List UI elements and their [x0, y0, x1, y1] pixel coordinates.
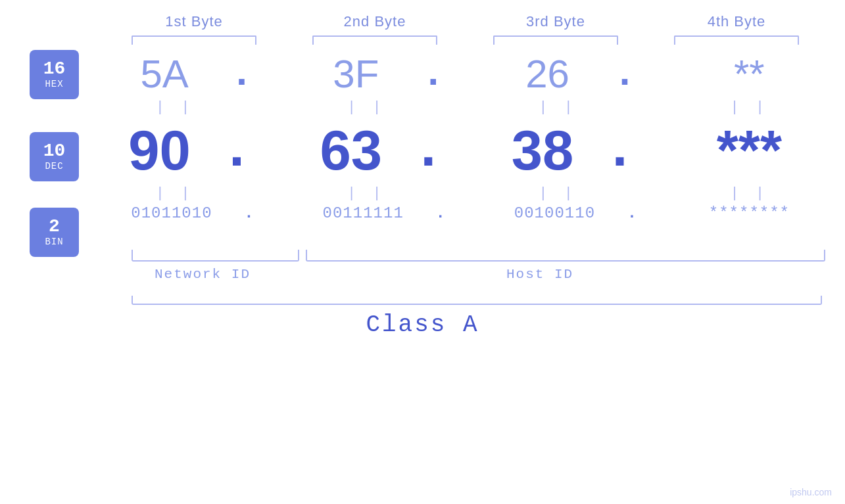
hex-cell-1: 5A .	[103, 51, 247, 97]
byte-headers-row: 1st Byte 2nd Byte 3rd Byte 4th Byte	[104, 13, 827, 30]
dec-val-4: ***	[677, 118, 821, 183]
host-bracket	[306, 250, 825, 262]
bin-cell-3: 00100110 .	[485, 204, 630, 222]
byte4-header: 4th Byte	[664, 13, 809, 30]
dec-dot-2: .	[412, 119, 445, 183]
hex-val-1: 5A	[103, 51, 227, 97]
equal-3: | |	[485, 99, 630, 116]
dec-val-1: 90	[103, 118, 217, 183]
equal-row-2: | | | | | | | |	[79, 183, 845, 204]
main-content: 16 HEX 10 DEC 2 BIN	[0, 51, 845, 248]
dec-cell-3: 38 .	[485, 118, 630, 183]
dec-badge-num: 10	[43, 141, 66, 162]
bracket-byte4	[674, 35, 799, 45]
bracket-byte1	[132, 35, 256, 45]
bin-dot-1: .	[244, 204, 253, 222]
hex-badge-base: HEX	[45, 79, 63, 89]
hex-dot-1: .	[230, 52, 254, 97]
hex-val-2: 3F	[294, 51, 418, 97]
bin-cell-4: ********	[677, 204, 821, 222]
dec-values-row: 90 . 63 . 38 . ***	[79, 118, 845, 183]
bin-cell-2: 00111111 .	[294, 204, 439, 222]
base-badges: 16 HEX 10 DEC 2 BIN	[0, 51, 79, 248]
equal-1: | |	[103, 99, 247, 116]
hex-badge: 16 HEX	[30, 50, 79, 99]
top-brackets	[104, 35, 827, 45]
values-area: 5A . 3F . 26 . ** | | | | | |	[79, 51, 845, 248]
hex-dot-3: .	[613, 52, 637, 97]
dec-cell-2: 63 .	[294, 118, 439, 183]
equal-6: | |	[294, 185, 439, 202]
equal-row-1: | | | | | | | |	[79, 97, 845, 118]
class-label: Class A	[0, 311, 845, 338]
bin-badge-num: 2	[49, 217, 60, 237]
bin-values-row: 01011010 . 00111111 . 00100110 . *******…	[79, 204, 845, 222]
hex-val-3: 26	[485, 51, 610, 97]
hex-cell-3: 26 .	[485, 51, 630, 97]
equal-4: | |	[677, 99, 821, 116]
bottom-labels-area: Network ID Host ID	[0, 250, 845, 296]
watermark: ipshu.com	[790, 487, 832, 497]
bracket-byte2	[312, 35, 437, 45]
bin-val-3: 00100110	[485, 204, 624, 222]
bracket-byte3	[493, 35, 618, 45]
page-container: 1st Byte 2nd Byte 3rd Byte 4th Byte 16 H…	[0, 0, 845, 504]
dec-cell-4: ***	[677, 118, 821, 183]
byte3-header: 3rd Byte	[483, 13, 628, 30]
bin-cell-1: 01011010 .	[103, 204, 247, 222]
equal-2: | |	[294, 99, 439, 116]
dec-badge: 10 DEC	[30, 132, 79, 181]
host-id-label: Host ID	[506, 267, 573, 282]
equal-5: | |	[103, 185, 247, 202]
bin-badge-base: BIN	[45, 237, 63, 247]
bin-dot-2: .	[435, 204, 445, 222]
bin-dot-3: .	[627, 204, 637, 222]
hex-val-4: **	[677, 51, 821, 97]
main-bottom-bracket	[132, 296, 822, 305]
hex-cell-4: **	[677, 51, 821, 97]
equal-7: | |	[485, 185, 630, 202]
hex-cell-2: 3F .	[294, 51, 439, 97]
network-id-label: Network ID	[155, 267, 251, 282]
dec-dot-3: .	[603, 119, 637, 183]
dec-dot-1: .	[220, 119, 254, 183]
hex-badge-num: 16	[43, 59, 66, 80]
dec-val-2: 63	[294, 118, 408, 183]
network-bracket	[132, 250, 299, 262]
byte2-header: 2nd Byte	[302, 13, 447, 30]
hex-dot-2: .	[422, 52, 445, 97]
byte1-header: 1st Byte	[122, 13, 266, 30]
dec-val-3: 38	[485, 118, 600, 183]
dec-cell-1: 90 .	[103, 118, 247, 183]
equal-8: | |	[677, 185, 821, 202]
bin-val-1: 01011010	[103, 204, 241, 222]
hex-values-row: 5A . 3F . 26 . **	[79, 51, 845, 97]
bin-val-2: 00111111	[294, 204, 433, 222]
dec-badge-base: DEC	[45, 161, 63, 172]
bin-val-4: ********	[677, 204, 821, 222]
